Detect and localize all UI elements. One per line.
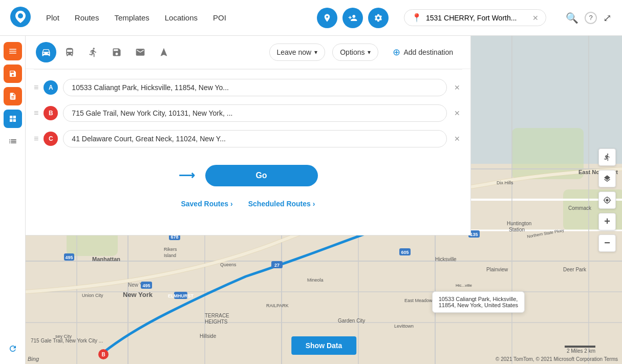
transport-navigate-btn[interactable] [154, 42, 174, 62]
transport-walk-btn[interactable] [83, 42, 103, 62]
tooltip-line2: 11854, New York, United States [439, 302, 518, 308]
map-zoom-out-btn[interactable]: − [598, 234, 616, 252]
show-data-button[interactable]: Show Data [291, 336, 357, 355]
svg-text:TERRACE: TERRACE [205, 313, 229, 318]
transport-bus-btn[interactable] [59, 42, 80, 62]
svg-text:RAILPARK: RAILPARK [266, 303, 289, 308]
svg-point-1 [18, 13, 23, 18]
options-btn[interactable]: Options ▾ [332, 44, 378, 61]
svg-text:495: 495 [65, 255, 73, 260]
search-input[interactable] [426, 14, 528, 22]
waypoints-list: ≡ A ✕ ≡ B ✕ ≡ C ✕ [26, 70, 470, 157]
settings-icon-btn[interactable] [368, 8, 389, 28]
transport-save-btn[interactable] [106, 42, 127, 62]
add-destination-btn[interactable]: ⊕ Add destination [385, 42, 460, 62]
svg-text:Commack: Commack [568, 205, 592, 211]
sidebar-hamburger-btn[interactable] [4, 42, 22, 60]
map-zoom-in-btn[interactable]: + [598, 213, 616, 230]
svg-text:Hic...ville: Hic...ville [456, 283, 473, 288]
scheduled-routes-link[interactable]: Scheduled Routes › [248, 200, 315, 208]
nav-routes[interactable]: Routes [75, 13, 99, 22]
sidebar-grid-btn[interactable] [4, 110, 22, 128]
svg-text:Queens: Queens [220, 262, 237, 267]
sidebar-doc-btn[interactable] [4, 87, 22, 105]
bing-logo: Bing [28, 356, 39, 362]
drag-handle-a[interactable]: ≡ [34, 83, 38, 92]
svg-text:Mineola: Mineola [307, 277, 324, 283]
waypoint-badge-a: A [44, 80, 58, 95]
svg-text:Union City: Union City [82, 293, 103, 298]
nav-action-icons: 🔍 ? ⤢ [566, 12, 612, 24]
search-icon[interactable]: 🔍 [566, 12, 578, 24]
drag-handle-b[interactable]: ≡ [34, 109, 38, 118]
saved-routes-label: Saved Routes [181, 200, 228, 208]
svg-text:Hicksville: Hicksville [435, 256, 457, 262]
waypoint-clear-a[interactable]: ✕ [452, 81, 462, 94]
sidebar-list-btn[interactable] [4, 132, 22, 151]
logo[interactable] [10, 7, 31, 29]
go-arrow-icon: ⟶ [179, 169, 195, 182]
route-panel: Leave now ▾ Options ▾ ⊕ Add destination … [26, 36, 471, 235]
svg-text:605: 605 [401, 250, 409, 255]
map-controls-right: + − [598, 148, 616, 252]
svg-text:495: 495 [142, 283, 150, 288]
scheduled-routes-chevron: › [313, 200, 315, 208]
map-scale: 2 Miles 2 km [567, 348, 595, 354]
svg-text:Manhattan: Manhattan [92, 256, 120, 262]
waypoint-clear-b[interactable]: ✕ [452, 107, 462, 119]
map-gps-btn[interactable] [598, 191, 616, 209]
search-clear-icon[interactable]: ✕ [532, 14, 539, 22]
nav-plot[interactable]: Plot [46, 13, 59, 22]
waypoint-row: ≡ C ✕ [26, 126, 470, 152]
nav-locations[interactable]: Locations [165, 13, 198, 22]
map-copyright: © 2021 TomTom, © 2021 Microsoft Corporat… [496, 356, 618, 362]
options-chevron: ▾ [368, 49, 371, 56]
leave-now-btn[interactable]: Leave now ▾ [269, 44, 326, 61]
waypoint-row: ≡ A ✕ [26, 75, 470, 100]
saved-routes-link[interactable]: Saved Routes › [181, 200, 232, 208]
go-area: ⟶ Go [26, 157, 470, 195]
svg-text:Plainview: Plainview [486, 267, 508, 272]
go-button[interactable]: Go [205, 165, 318, 186]
map-person-btn[interactable] [598, 148, 616, 166]
options-label: Options [340, 48, 364, 56]
transport-bar: Leave now ▾ Options ▾ ⊕ Add destination [26, 36, 470, 69]
transport-car-btn[interactable] [36, 42, 56, 62]
leave-now-label: Leave now [277, 48, 312, 56]
waypoint-input-c[interactable] [63, 130, 447, 147]
svg-text:Station: Station [509, 227, 525, 232]
svg-text:Garden City: Garden City [338, 318, 365, 324]
expand-icon[interactable]: ⤢ [603, 12, 612, 24]
svg-text:Hillside: Hillside [200, 333, 217, 339]
nav-icon-buttons [317, 8, 389, 28]
sidebar-refresh-btn[interactable] [4, 339, 22, 358]
waypoint-clear-c[interactable]: ✕ [452, 133, 462, 145]
svg-text:B: B [101, 352, 105, 357]
svg-text:HEIGHTS: HEIGHTS [205, 319, 228, 325]
svg-text:Dix Hills: Dix Hills [497, 180, 513, 185]
svg-text:ELMHURST: ELMHURST [168, 293, 194, 298]
nav-poi[interactable]: POI [213, 13, 226, 22]
search-bar: 📍 ✕ [404, 9, 546, 26]
top-nav: Plot Routes Templates Locations POI 📍 ✕ [0, 0, 622, 36]
waypoint-input-b[interactable] [63, 104, 447, 122]
route-links: Saved Routes › Scheduled Routes › [26, 195, 470, 213]
waypoint-badge-c: C [44, 132, 58, 146]
leave-now-chevron: ▾ [314, 49, 317, 56]
location-icon-btn[interactable] [317, 8, 337, 28]
waypoint-input-a[interactable] [63, 79, 447, 96]
svg-text:135: 135 [470, 232, 478, 237]
add-icon: ⊕ [393, 47, 400, 58]
drag-handle-c[interactable]: ≡ [34, 134, 38, 143]
svg-text:27: 27 [274, 263, 280, 268]
sidebar-left [0, 36, 26, 364]
nav-templates[interactable]: Templates [114, 13, 149, 22]
transport-mail-btn[interactable] [130, 42, 151, 62]
sidebar-save-btn[interactable] [4, 65, 22, 83]
help-icon[interactable]: ? [585, 12, 597, 24]
waypoint-badge-b: B [44, 106, 58, 120]
map-layers-btn[interactable] [598, 170, 616, 187]
svg-text:Huntington: Huntington [507, 221, 531, 226]
saved-routes-chevron: › [230, 200, 233, 208]
person-add-icon-btn[interactable] [342, 8, 363, 28]
